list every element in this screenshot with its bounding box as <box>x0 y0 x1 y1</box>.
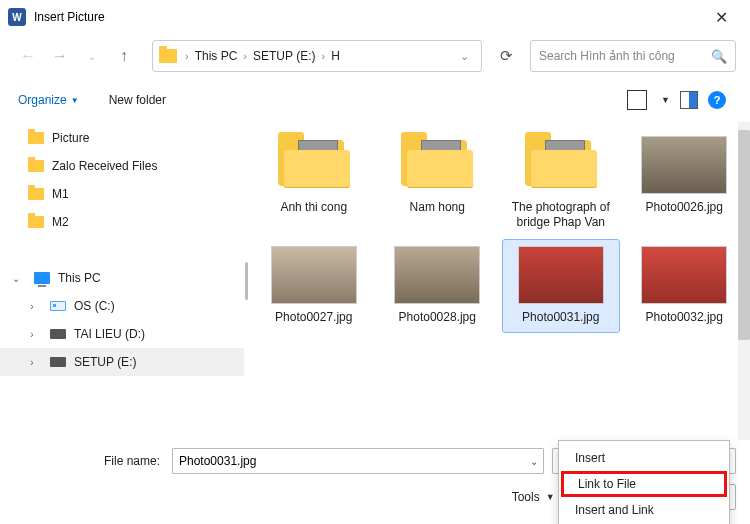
chevron-down-icon[interactable]: ⌄ <box>525 456 543 467</box>
file-label: Photo0031.jpg <box>522 310 599 326</box>
back-icon[interactable]: ← <box>14 42 42 70</box>
file-item[interactable]: Photo0032.jpg <box>627 240 743 332</box>
forward-icon[interactable]: → <box>46 42 74 70</box>
view-mode-icon[interactable] <box>627 90 647 110</box>
filename-label: File name: <box>14 454 164 468</box>
folder-icon <box>28 216 44 228</box>
tree-item-m1[interactable]: M1 <box>0 180 244 208</box>
folder-icon <box>28 132 44 144</box>
file-label: Photo0032.jpg <box>646 310 723 326</box>
collapse-icon[interactable]: ⌄ <box>10 273 22 284</box>
tree-item-zalo[interactable]: Zalo Received Files <box>0 152 244 180</box>
titlebar: W Insert Picture ✕ <box>0 0 750 34</box>
file-item[interactable]: Photo0028.jpg <box>380 240 496 332</box>
chevron-right-icon: › <box>183 50 191 62</box>
nav-row: ← → ⌄ ↑ › This PC › SETUP (E:) › H ⌄ ⟳ 🔍 <box>0 34 750 78</box>
folder-icon <box>28 188 44 200</box>
new-folder-button[interactable]: New folder <box>101 89 174 111</box>
drive-icon <box>50 329 66 339</box>
breadcrumb[interactable]: › This PC › SETUP (E:) › H ⌄ <box>152 40 482 72</box>
expand-icon[interactable]: › <box>26 301 38 312</box>
nav-tree: Picture Zalo Received Files M1 M2 ⌄This … <box>0 122 244 440</box>
pc-icon <box>34 272 50 284</box>
tools-label: Tools <box>512 490 540 504</box>
tree-label: SETUP (E:) <box>74 355 136 369</box>
help-icon[interactable]: ? <box>708 91 726 109</box>
insert-dropdown: Insert Link to File Insert and Link <box>558 440 730 524</box>
folder-item[interactable]: Anh thi cong <box>256 130 372 236</box>
dropdown-item-insert[interactable]: Insert <box>561 445 727 471</box>
folder-item[interactable]: The photograph of bridge Phap Van <box>503 130 619 236</box>
chevron-right-icon: › <box>320 50 328 62</box>
search-icon[interactable]: 🔍 <box>711 49 727 64</box>
folder-icon <box>397 136 477 194</box>
folder-icon <box>521 136 601 194</box>
tree-item-os[interactable]: ›OS (C:) <box>0 292 244 320</box>
tree-label: M2 <box>52 215 69 229</box>
filename-field[interactable] <box>173 454 525 468</box>
file-label: Nam hong <box>410 200 465 216</box>
tree-item-tailieu[interactable]: ›TAI LIEU (D:) <box>0 320 244 348</box>
tree-label: TAI LIEU (D:) <box>74 327 145 341</box>
image-thumbnail <box>518 246 604 304</box>
up-icon[interactable]: ↑ <box>110 42 138 70</box>
word-app-icon: W <box>8 8 26 26</box>
image-thumbnail <box>271 246 357 304</box>
folder-icon <box>159 49 177 63</box>
chevron-right-icon: › <box>241 50 249 62</box>
folder-item[interactable]: Nam hong <box>380 130 496 236</box>
view-controls: ▼ ? <box>627 90 726 110</box>
file-label: Photo0028.jpg <box>399 310 476 326</box>
crumb-drive[interactable]: SETUP (E:) <box>249 49 319 63</box>
close-icon[interactable]: ✕ <box>700 8 742 27</box>
tree-label: This PC <box>58 271 101 285</box>
file-list: Anh thi congNam hongThe photograph of br… <box>248 122 750 440</box>
image-thumbnail <box>641 246 727 304</box>
tree-item-setup[interactable]: ›SETUP (E:) <box>0 348 244 376</box>
drive-icon <box>50 301 66 311</box>
insert-picture-dialog: W Insert Picture ✕ ← → ⌄ ↑ › This PC › S… <box>0 0 750 524</box>
chevron-down-icon[interactable]: ▼ <box>661 95 670 105</box>
tree-item-m2[interactable]: M2 <box>0 208 244 236</box>
file-label: The photograph of bridge Phap Van <box>506 200 616 230</box>
crumb-pc[interactable]: This PC <box>191 49 242 63</box>
file-label: Anh thi cong <box>280 200 347 216</box>
chevron-down-icon: ▼ <box>546 492 555 502</box>
refresh-icon[interactable]: ⟳ <box>492 42 520 70</box>
organize-label: Organize <box>18 93 67 107</box>
drive-icon <box>50 357 66 367</box>
dropdown-item-insert-and-link[interactable]: Insert and Link <box>561 497 727 523</box>
file-item[interactable]: Photo0026.jpg <box>627 130 743 236</box>
search-input[interactable] <box>539 49 711 63</box>
file-item[interactable]: Photo0027.jpg <box>256 240 372 332</box>
file-item[interactable]: Photo0031.jpg <box>503 240 619 332</box>
tree-item-picture[interactable]: Picture <box>0 124 244 152</box>
chevron-down-icon[interactable]: ⌄ <box>454 50 475 63</box>
organize-button[interactable]: Organize ▼ <box>14 89 83 111</box>
expand-icon[interactable]: › <box>26 329 38 340</box>
dropdown-item-link-to-file[interactable]: Link to File <box>561 471 727 497</box>
preview-pane-icon[interactable] <box>680 91 698 109</box>
tools-button[interactable]: Tools ▼ <box>512 490 555 504</box>
image-thumbnail <box>641 136 727 194</box>
window-title: Insert Picture <box>34 10 700 24</box>
toolbar: Organize ▼ New folder ▼ ? <box>0 78 750 122</box>
chevron-down-icon: ▼ <box>71 96 79 105</box>
tree-label: M1 <box>52 187 69 201</box>
tree-label: Picture <box>52 131 89 145</box>
scrollbar[interactable] <box>736 122 750 440</box>
tree-item-thispc[interactable]: ⌄This PC <box>0 264 244 292</box>
folder-icon <box>274 136 354 194</box>
crumb-folder[interactable]: H <box>327 49 344 63</box>
expand-icon[interactable]: › <box>26 357 38 368</box>
recent-icon[interactable]: ⌄ <box>78 42 106 70</box>
image-thumbnail <box>394 246 480 304</box>
file-label: Photo0026.jpg <box>646 200 723 216</box>
file-label: Photo0027.jpg <box>275 310 352 326</box>
search-box[interactable]: 🔍 <box>530 40 736 72</box>
folder-icon <box>28 160 44 172</box>
filename-input[interactable]: ⌄ <box>172 448 544 474</box>
tree-label: Zalo Received Files <box>52 159 157 173</box>
tree-label: OS (C:) <box>74 299 115 313</box>
